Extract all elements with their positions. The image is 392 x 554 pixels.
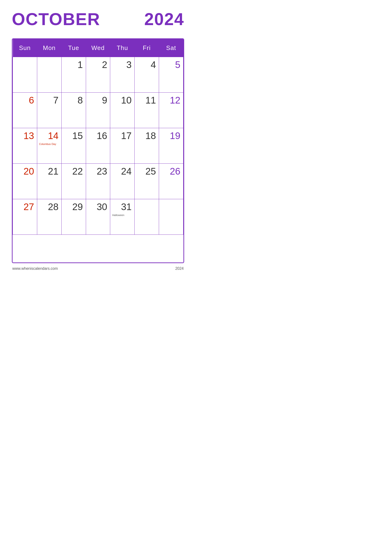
day-header-fri: Fri (135, 39, 159, 57)
calendar-cell: 12 (159, 93, 183, 128)
day-number: 6 (15, 95, 34, 106)
day-number: 4 (137, 59, 156, 70)
calendar-grid: SunMonTueWedThuFriSat 123456789101112131… (12, 38, 184, 263)
day-number: 23 (88, 166, 107, 177)
day-number: 3 (112, 59, 132, 70)
calendar-cell: 28 (37, 199, 61, 235)
calendar-cell: 9 (86, 93, 110, 128)
holiday-label: Halloween (112, 214, 132, 216)
calendar-header: OCTOBER 2024 (12, 9, 184, 29)
holiday-label: Columbus Day (39, 143, 59, 145)
day-header-sun: Sun (13, 39, 37, 57)
calendar-cell: 29 (61, 199, 86, 235)
calendar-cell: 10 (110, 93, 135, 128)
day-number: 9 (88, 95, 107, 106)
day-number: 11 (137, 95, 156, 106)
calendar-cell: 21 (37, 164, 61, 199)
calendar-cell: 5 (159, 57, 183, 93)
month-title: OCTOBER (12, 9, 100, 29)
calendar-cell: 24 (110, 164, 135, 199)
day-number: 20 (15, 166, 34, 177)
day-number: 2 (88, 59, 107, 70)
day-number: 19 (161, 131, 180, 141)
calendar-cell: 16 (86, 128, 110, 164)
day-number: 24 (112, 166, 132, 177)
calendar-cell: 30 (86, 199, 110, 235)
week-row-2: 6789101112 (13, 93, 183, 128)
day-number: 1 (63, 59, 83, 70)
calendar-cell: 31Halloween (110, 199, 135, 235)
calendar-cell: 23 (86, 164, 110, 199)
day-number: 17 (112, 131, 132, 141)
week-row-3: 1314Columbus Day1516171819 (13, 128, 183, 164)
calendar-cell (135, 199, 159, 235)
calendar-footer: www.wheniscalendars.com 2024 (12, 265, 184, 272)
calendar-cell: 22 (61, 164, 86, 199)
day-number: 5 (161, 59, 180, 70)
day-number: 26 (161, 166, 180, 177)
calendar-cell: 20 (13, 164, 37, 199)
day-number: 31 (112, 201, 132, 212)
calendar-cell: 18 (135, 128, 159, 164)
calendar-cell (13, 57, 37, 93)
day-number: 7 (39, 95, 59, 106)
day-number: 28 (39, 201, 59, 212)
day-number: 22 (63, 166, 83, 177)
day-number: 14 (39, 131, 59, 141)
day-number: 15 (63, 131, 83, 141)
calendar-cell: 11 (135, 93, 159, 128)
calendar-cell: 8 (61, 93, 86, 128)
day-header-mon: Mon (37, 39, 61, 57)
calendar-cell: 13 (13, 128, 37, 164)
day-header-row: SunMonTueWedThuFriSat (13, 39, 183, 57)
calendar-cell: 26 (159, 164, 183, 199)
day-header-wed: Wed (86, 39, 110, 57)
day-number: 18 (137, 131, 156, 141)
week-row-5: 2728293031Halloween (13, 199, 183, 235)
day-header-sat: Sat (159, 39, 183, 57)
day-number: 29 (63, 201, 83, 212)
calendar-cell: 27 (13, 199, 37, 235)
calendar-cell: 3 (110, 57, 135, 93)
calendar-cell: 25 (135, 164, 159, 199)
calendar-cell: 2 (86, 57, 110, 93)
calendar-cell: 4 (135, 57, 159, 93)
day-number: 21 (39, 166, 59, 177)
day-number: 25 (137, 166, 156, 177)
day-number: 13 (15, 131, 34, 141)
day-number: 8 (63, 95, 83, 106)
day-number: 27 (15, 201, 34, 212)
calendar-cell: 17 (110, 128, 135, 164)
day-header-tue: Tue (61, 39, 86, 57)
day-number: 16 (88, 131, 107, 141)
calendar-cell: 1 (61, 57, 86, 93)
calendar-cell: 19 (159, 128, 183, 164)
footer-year: 2024 (175, 266, 184, 271)
calendar-cell: 15 (61, 128, 86, 164)
footer-url: www.wheniscalendars.com (12, 266, 58, 271)
week-row-1: 12345 (13, 57, 183, 93)
day-number: 30 (88, 201, 107, 212)
day-header-thu: Thu (110, 39, 135, 57)
calendar-cell: 6 (13, 93, 37, 128)
calendar-cell (159, 199, 183, 235)
calendar-cell: 7 (37, 93, 61, 128)
year-title: 2024 (144, 9, 184, 29)
calendar-cell: 14Columbus Day (37, 128, 61, 164)
week-row-4: 20212223242526 (13, 164, 183, 199)
day-number: 10 (112, 95, 132, 106)
calendar-table: SunMonTueWedThuFriSat 123456789101112131… (13, 39, 183, 235)
day-number: 12 (161, 95, 180, 106)
calendar-cell (37, 57, 61, 93)
